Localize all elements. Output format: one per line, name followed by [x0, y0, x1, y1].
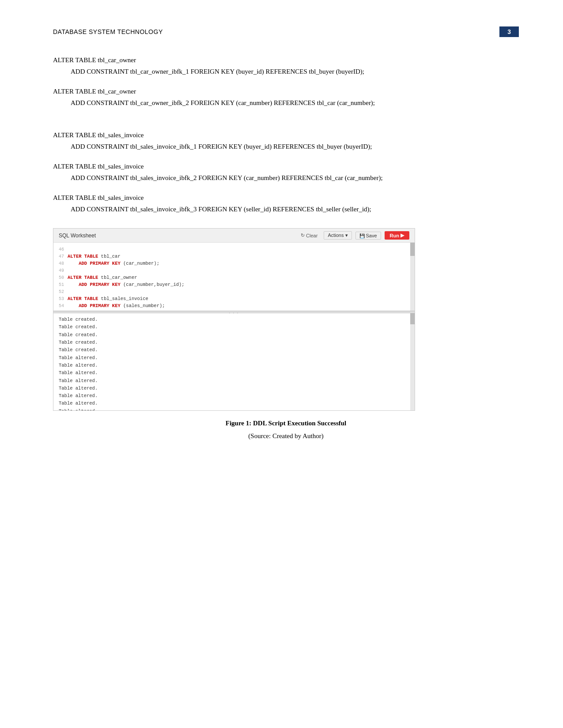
alter-statement-1: ALTER TABLE tbl_car_owner: [53, 55, 519, 66]
clear-button[interactable]: Clear: [298, 232, 320, 239]
run-icon: [401, 233, 404, 238]
result-line: Table created.: [59, 316, 409, 323]
alter-statement-4: ALTER TABLE tbl_sales_invoice: [53, 161, 519, 173]
figure-source: (Source: Created by Author): [53, 432, 519, 440]
result-line: Table altered.: [59, 408, 409, 410]
refresh-icon: [301, 233, 305, 238]
sql-block-3: ALTER TABLE tbl_sales_invoice ADD CONSTR…: [53, 130, 519, 152]
run-button[interactable]: Run: [385, 231, 409, 240]
code-line: 50 ALTER TABLE tbl_car_owner: [53, 274, 415, 281]
constraint-2: ADD CONSTRAINT tbl_car_owner_ibfk_2 FORE…: [53, 98, 519, 109]
result-line: Table altered.: [59, 377, 409, 385]
alter-statement-2: ALTER TABLE tbl_car_owner: [53, 86, 519, 98]
page-number: 3: [499, 26, 519, 37]
sql-block-4: ALTER TABLE tbl_sales_invoice ADD CONSTR…: [53, 161, 519, 184]
code-line: 52: [53, 289, 415, 296]
save-button[interactable]: Save: [355, 232, 381, 240]
alter-statement-5: ALTER TABLE tbl_sales_invoice: [53, 192, 519, 204]
code-line: 55: [53, 310, 415, 311]
page: DATABASE SYSTEM TECHNOLOGY 3 ALTER TABLE…: [0, 0, 563, 728]
result-line: Table altered.: [59, 362, 409, 369]
constraint-4: ADD CONSTRAINT tbl_sales_invoice_ibfk_2 …: [53, 173, 519, 184]
spacer-1: [53, 117, 519, 130]
page-title: DATABASE SYSTEM TECHNOLOGY: [53, 28, 163, 35]
sql-block-1: ALTER TABLE tbl_car_owner ADD CONSTRAINT…: [53, 55, 519, 77]
results-area[interactable]: Table created. Table created. Table crea…: [53, 313, 415, 410]
figure-caption: Figure 1: DDL Script Execution Successfu…: [53, 420, 519, 427]
sql-block-2: ALTER TABLE tbl_car_owner ADD CONSTRAINT…: [53, 86, 519, 109]
code-line: 46: [53, 246, 415, 253]
result-line: Table altered.: [59, 354, 409, 362]
save-icon: [359, 233, 365, 238]
result-line: Table altered.: [59, 392, 409, 400]
code-line: 49: [53, 267, 415, 274]
sql-worksheet-screenshot: SQL Worksheet Clear Actions ▾ Save Run: [53, 228, 415, 411]
worksheet-title: SQL Worksheet: [59, 233, 96, 239]
results-scrollbar[interactable]: [410, 313, 415, 410]
sql-block-5: ALTER TABLE tbl_sales_invoice ADD CONSTR…: [53, 192, 519, 215]
result-line: Table altered.: [59, 400, 409, 407]
actions-button[interactable]: Actions ▾: [324, 231, 351, 240]
code-line: 51 ADD PRIMARY KEY (car_number,buyer_id)…: [53, 281, 415, 289]
code-editor[interactable]: 46 47 ALTER TABLE tbl_car 48 ADD PRIMARY…: [53, 243, 415, 311]
editor-scrollbar-thumb: [410, 243, 415, 256]
code-line: 53 ALTER TABLE tbl_sales_invoice: [53, 296, 415, 303]
constraint-1: ADD CONSTRAINT tbl_car_owner_ibfk_1 FORE…: [53, 66, 519, 78]
constraint-3: ADD CONSTRAINT tbl_sales_invoice_ibfk_1 …: [53, 141, 519, 153]
constraint-5: ADD CONSTRAINT tbl_sales_invoice_ibfk_3 …: [53, 204, 519, 215]
code-line: 47 ALTER TABLE tbl_car: [53, 253, 415, 260]
results-scrollbar-thumb: [410, 313, 415, 324]
code-line: 48 ADD PRIMARY KEY (car_number);: [53, 260, 415, 267]
toolbar-actions: Clear Actions ▾ Save Run: [298, 231, 409, 240]
screenshot-toolbar: SQL Worksheet Clear Actions ▾ Save Run: [53, 229, 415, 243]
result-line: Table created.: [59, 323, 409, 331]
result-line: Table altered.: [59, 385, 409, 392]
code-line: 54 ADD PRIMARY KEY (sales_number);: [53, 303, 415, 310]
editor-scrollbar[interactable]: [410, 243, 415, 311]
result-line: Table created.: [59, 331, 409, 339]
page-header: DATABASE SYSTEM TECHNOLOGY 3: [53, 26, 519, 37]
alter-statement-3: ALTER TABLE tbl_sales_invoice: [53, 130, 519, 141]
result-line: Table altered.: [59, 369, 409, 377]
result-line: Table created.: [59, 339, 409, 346]
result-line: Table created.: [59, 346, 409, 354]
